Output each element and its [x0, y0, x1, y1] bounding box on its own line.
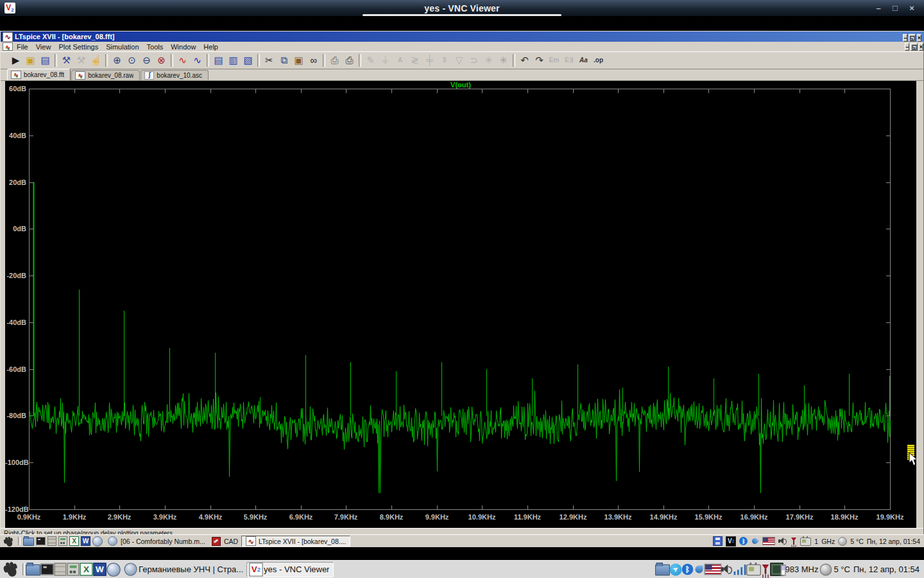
open-icon[interactable]: ▣ [23, 53, 38, 67]
remote-weather-globe-icon[interactable] [838, 537, 847, 546]
host-weather-globe-icon[interactable] [820, 563, 832, 575]
plot-restore-button[interactable]: ◱ [911, 43, 918, 51]
remote-start-menu-icon[interactable] [6, 538, 13, 547]
rotate-icon: E∃ [561, 53, 576, 67]
plot-minimize-button[interactable]: – [905, 43, 909, 51]
remote-volume-icon[interactable] [778, 537, 787, 545]
remote-water-drop-icon[interactable] [751, 537, 759, 545]
host-word-icon[interactable]: W [93, 563, 106, 575]
paste-icon[interactable]: ▣ [291, 53, 306, 67]
host-signal-bars-icon[interactable] [733, 564, 748, 575]
host-terminal-icon[interactable] [40, 564, 53, 575]
host-keyboard-layout-flag-icon[interactable] [705, 564, 722, 575]
remote-file-cabinet-icon[interactable] [47, 536, 56, 546]
plot-close-button[interactable]: × [919, 43, 923, 51]
remote-browser-sphere-icon[interactable] [92, 536, 103, 547]
host-volume-icon[interactable] [721, 564, 733, 575]
host-cpu-chip-icon[interactable] [771, 563, 783, 575]
remote-terminal-icon[interactable] [36, 537, 46, 545]
ltspice-minimize-button[interactable]: – [903, 34, 907, 42]
remote-word-icon[interactable]: W [81, 536, 90, 546]
host-file-cabinet-icon[interactable] [55, 563, 67, 575]
host-water-drop-icon[interactable] [696, 565, 703, 573]
fft-plot-canvas[interactable] [29, 89, 891, 510]
host-start-menu-icon[interactable] [6, 565, 18, 578]
menu-plot-settings[interactable]: Plot Settings [55, 42, 102, 51]
remote-power-icon[interactable] [800, 538, 811, 546]
x-tick-label: 0.9KHz [12, 513, 46, 521]
host-task-browser-label: Германиевые УНЧ | Стра... [139, 565, 243, 574]
tab-bokarev_10.asc[interactable]: ʃbokarev_10.asc [141, 70, 209, 80]
save-icon[interactable]: ▤ [38, 53, 53, 67]
host-wine-icon[interactable] [762, 563, 771, 575]
ltspice-restore-button[interactable]: ◱ [909, 34, 916, 42]
ltspice-close-button[interactable]: × [917, 34, 921, 42]
host-calculator-icon[interactable] [67, 563, 80, 575]
zoom-out-icon[interactable]: ⊖ [139, 53, 154, 67]
tile-vertical-icon[interactable]: ▥ [226, 53, 241, 67]
host-browser-sphere-icon[interactable] [107, 563, 121, 577]
remote-file-manager-icon[interactable] [23, 538, 34, 546]
host-file-manager-icon[interactable] [26, 565, 40, 576]
remote-task-ltspice[interactable]: ∿LTspice XVII - [bokarev_08.... [241, 536, 350, 547]
x-tick-label: 14.9KHz [646, 513, 681, 521]
vnc-minimize-button[interactable]: – [870, 3, 887, 13]
host-bluetooth-icon[interactable]: ᛒ [682, 564, 694, 575]
zoom-full-extents-icon[interactable]: ⊗ [154, 53, 169, 67]
trace-label[interactable]: V(out) [5, 81, 916, 89]
vnc-maximize-button[interactable]: □ [887, 3, 903, 13]
menu-simulation[interactable]: Simulation [102, 42, 142, 51]
tile-horizontal-icon[interactable]: ▤ [211, 53, 226, 67]
toolbar-separator [359, 54, 361, 67]
copy-icon[interactable]: ⧉ [277, 53, 291, 67]
menu-help[interactable]: Help [200, 42, 222, 51]
host-excel-icon[interactable]: X [80, 563, 92, 575]
remote-vnc-tray-icon[interactable]: V [726, 536, 736, 547]
menu-tools[interactable]: Tools [143, 42, 167, 51]
tab-bokarev_08.fft[interactable]: ∿bokarev_08.fft [7, 69, 71, 80]
waveform-tab-icon: ∿ [11, 71, 21, 79]
component-alt-icon: ✳ [496, 53, 511, 67]
plot-settings-icon[interactable]: ∿ [190, 53, 205, 67]
remote-excel-icon[interactable]: X [69, 536, 79, 546]
host-task-vnc-viewer[interactable]: Vyes - VNC Viewer [246, 562, 334, 577]
remote-task-cad[interactable]: CAD [209, 537, 241, 546]
print-icon[interactable]: ⎙ [342, 53, 357, 67]
y-tick-label: -60dB [5, 365, 26, 373]
host-task-browser[interactable]: Германиевые УНЧ | Стра... [123, 565, 246, 574]
x-tick-label: 4.9KHz [193, 513, 228, 521]
host-file-transfer-icon[interactable] [655, 565, 670, 576]
remote-desktop: ∿ LTspice XVII - [bokarev_08.fft] –◱× ∿ … [0, 16, 924, 547]
menu-window[interactable]: Window [167, 42, 200, 51]
remote-calculator-icon[interactable] [58, 536, 67, 546]
tab-bokarev_08.raw[interactable]: ∿bokarev_08.raw [71, 70, 140, 80]
autorange-y-icon[interactable]: ∿ [175, 53, 190, 67]
control-panel-icon[interactable]: ⚒ [59, 53, 74, 67]
x-tick-label: 5.9KHz [238, 513, 273, 521]
component-icon: ✳ [481, 53, 496, 67]
zoom-in-icon[interactable]: ⊕ [110, 53, 124, 67]
redo-icon[interactable]: ↷ [532, 53, 547, 67]
spice-directive-icon[interactable]: .op [591, 53, 606, 67]
zoom-area-icon[interactable]: ⊙ [124, 53, 139, 67]
cascade-windows-icon[interactable]: ▧ [241, 53, 255, 67]
cut-icon[interactable]: ✂ [262, 53, 277, 67]
plot-window-system-icon[interactable]: ∿ [3, 42, 13, 51]
menu-file[interactable]: File [13, 42, 32, 51]
undo-icon[interactable]: ↶ [517, 53, 532, 67]
run-icon[interactable]: ▶ [8, 53, 23, 67]
menu-view[interactable]: View [32, 42, 55, 51]
text-icon[interactable]: Aa [576, 53, 591, 67]
print-preview-icon[interactable]: ⎙ [327, 53, 342, 67]
remote-task-media-player[interactable]: [06 - Comfortably Numb.m... [105, 536, 209, 546]
host-telegram-icon[interactable]: ➤ [670, 563, 682, 575]
remote-keyboard-layout-flag-icon[interactable] [762, 537, 775, 545]
find-icon[interactable]: ∞ [306, 53, 321, 67]
host-power-icon[interactable] [746, 565, 761, 576]
remote-bluetooth-icon[interactable]: ᛒ [739, 537, 748, 545]
remote-save-tray-icon[interactable] [713, 536, 723, 546]
remote-wine-icon[interactable] [791, 537, 797, 546]
ltspice-titlebar[interactable]: ∿ LTspice XVII - [bokarev_08.fft] –◱× [1, 31, 923, 42]
plot-window-controls: –◱× [903, 42, 923, 51]
vnc-close-button[interactable]: × [903, 3, 920, 13]
